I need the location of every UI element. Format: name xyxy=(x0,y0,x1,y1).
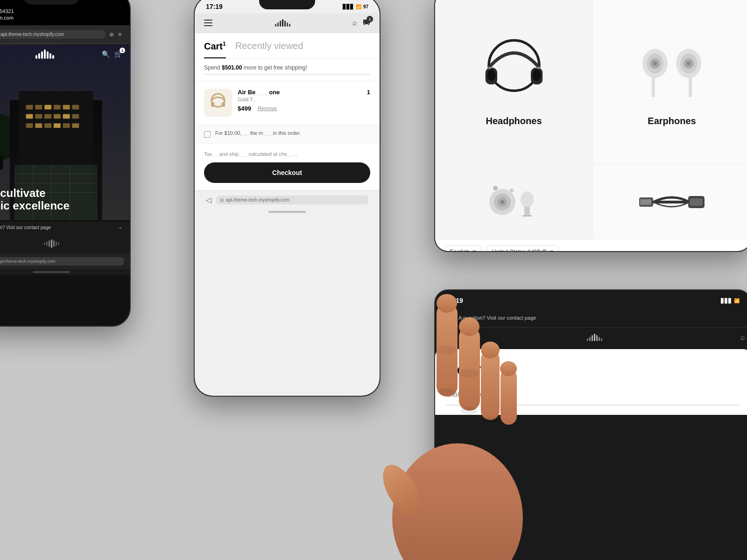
speakers-items xyxy=(435,165,593,239)
lang-chevron xyxy=(472,251,476,251)
item-details: Air Be____one Gold T... $499 Remove xyxy=(238,89,361,112)
time-rdb: 17:19 xyxy=(446,297,463,304)
totals-note: Tax__ and ship___ calculated at che__... xyxy=(204,151,370,157)
nav-icons-center: ⌕ ⛟ 1 xyxy=(352,19,370,27)
svg-rect-63 xyxy=(640,199,651,205)
svg-point-44 xyxy=(653,61,657,65)
mobile-nav-left: 🔍 🛒1 xyxy=(0,44,130,64)
hamburger-rdb[interactable] xyxy=(441,335,448,340)
right-top-screen: Headphones xyxy=(435,0,747,251)
shipping-progress xyxy=(204,74,370,75)
cursor xyxy=(494,390,495,399)
url-bar-left[interactable]: 🌐 apt-theme-tech.myshopify.com xyxy=(0,30,106,39)
svg-rect-10 xyxy=(63,105,70,110)
svg-point-55 xyxy=(521,191,534,208)
earphones-label: Earphones xyxy=(648,116,696,126)
back-btn-center[interactable]: ◁ xyxy=(206,196,211,204)
item-price-row: $499 Remove xyxy=(238,105,361,112)
item-image xyxy=(204,89,232,117)
svg-rect-15 xyxy=(54,114,61,119)
cart-tab-recently-viewed[interactable]: Recently viewed xyxy=(235,41,303,58)
products-grid: Headphones xyxy=(435,0,747,164)
footer-section: English United States (USD $) 👤 Login f … xyxy=(435,239,747,251)
svg-rect-64 xyxy=(690,198,703,206)
center-phone: 17:19 ▊▊▊ 📶 97 xyxy=(194,0,381,397)
logo-rdb xyxy=(587,334,602,341)
phone-number: (0) 987654321 xyxy=(0,8,122,14)
logo-bar-bottom xyxy=(0,234,130,253)
headphones-label: Headphones xyxy=(486,116,542,126)
svg-rect-56 xyxy=(524,207,530,216)
svg-point-34 xyxy=(489,40,539,91)
announcement-rdb: A question? Visit our contact page xyxy=(458,315,741,321)
cart-tab-cart[interactable]: Cart1 xyxy=(204,41,226,58)
url-bar-center[interactable]: ◎ apt-theme-tech.myshopify.com xyxy=(216,196,368,204)
search-input-container[interactable]: Start typing ... xyxy=(446,390,740,406)
lang-currency-row: English United States (USD $) xyxy=(444,245,741,251)
bottom-nav-left: ◁ 🌐 apt-theme-tech.myshopify.com xyxy=(0,253,130,269)
svg-rect-7 xyxy=(35,105,42,110)
right-bottom-phone: 17:19 ▊▊▊ 📶 ← A question? Visit our cont… xyxy=(434,289,747,560)
add-tab-icon[interactable]: ⊕ xyxy=(109,31,114,38)
headphone-svg-item xyxy=(206,91,230,114)
logo-center xyxy=(275,19,290,27)
left-phone-screen: (0) 987654321 @domain.com ◁ 🌐 apt-theme-… xyxy=(0,0,130,326)
placeholder-text: Start typing ... xyxy=(446,390,493,399)
svg-rect-6 xyxy=(26,105,33,110)
hero-section: 🔍 🛒1 story We cultivate sonic excellence xyxy=(0,44,130,221)
bottom-nav-center: ◁ ◎ apt-theme-tech.myshopify.com xyxy=(195,190,380,209)
search-icon-rdb[interactable]: ⌕ xyxy=(740,333,745,342)
svg-rect-21 xyxy=(54,123,61,128)
cart-icon-center[interactable]: ⛟ 1 xyxy=(363,19,370,27)
back-icon-rdb[interactable]: ← xyxy=(444,313,453,322)
center-phone-screen: 17:19 ▊▊▊ 📶 97 xyxy=(195,0,380,396)
cart-badge-center: 1 xyxy=(366,16,373,22)
search-icon-left[interactable]: 🔍 xyxy=(102,50,110,58)
svg-point-58 xyxy=(493,186,498,190)
svg-rect-16 xyxy=(63,114,70,119)
checkout-button[interactable]: Checkout xyxy=(204,162,370,183)
svg-rect-8 xyxy=(44,105,51,110)
search-icon-center[interactable]: ⌕ xyxy=(352,19,357,27)
wifi-icon: 📶 xyxy=(356,4,361,9)
svg-rect-3 xyxy=(0,155,3,169)
battery-icon: 97 xyxy=(363,4,368,9)
svg-point-38 xyxy=(532,69,541,81)
svg-rect-19 xyxy=(35,123,42,128)
cart-totals: Tax__ and ship___ calculated at che__...… xyxy=(195,143,380,190)
home-indicator-center xyxy=(195,209,380,215)
cart-icon-left[interactable]: 🛒1 xyxy=(114,50,122,58)
headphones-svg xyxy=(472,30,556,114)
url-bar-bottom[interactable]: 🌐 apt-theme-tech.myshopify.com xyxy=(0,257,124,266)
shipping-notice: Spend $501.00 more to get free shipping! xyxy=(195,59,380,81)
svg-point-59 xyxy=(510,189,514,192)
right-bottom-screen: 17:19 ▊▊▊ 📶 ← A question? Visit our cont… xyxy=(435,290,747,560)
item-price: $499 xyxy=(238,105,251,112)
notch-left xyxy=(23,0,79,5)
close-tab-icon[interactable]: ✕ xyxy=(118,31,122,38)
center-navbar: ⌕ ⛟ 1 xyxy=(195,13,380,33)
wifi-rdb: 📶 xyxy=(734,298,740,303)
announcement-bar-left: A question? Visit our contact page → xyxy=(0,221,130,234)
svg-rect-40 xyxy=(536,67,540,69)
currency-select[interactable]: United States (USD $) xyxy=(487,245,559,251)
scroll-area xyxy=(0,269,130,275)
browser-bar-left: ◁ 🌐 apt-theme-tech.myshopify.com ⊕ ✕ xyxy=(0,25,130,44)
rdb-status-bar: 17:19 ▊▊▊ 📶 xyxy=(435,290,747,308)
svg-rect-18 xyxy=(26,123,33,128)
search-title: Search xyxy=(446,360,740,378)
status-icons-center: ▊▊▊ 📶 97 xyxy=(343,4,368,9)
notch-center xyxy=(259,0,315,9)
language-select[interactable]: English xyxy=(444,245,481,251)
svg-rect-23 xyxy=(72,123,79,128)
earphones-category[interactable]: Earphones xyxy=(593,0,747,164)
insurance-checkbox[interactable] xyxy=(204,131,211,138)
svg-rect-33 xyxy=(222,102,225,107)
headphones-category[interactable]: Headphones xyxy=(435,0,593,164)
signal-rdb: ▊▊▊ xyxy=(721,298,732,303)
hamburger-center[interactable] xyxy=(204,20,212,26)
remove-btn[interactable]: Remove xyxy=(258,105,277,111)
logo-left xyxy=(35,49,54,59)
item-name: Air Be____one xyxy=(238,89,361,96)
item-variant: Gold T... xyxy=(238,97,361,102)
